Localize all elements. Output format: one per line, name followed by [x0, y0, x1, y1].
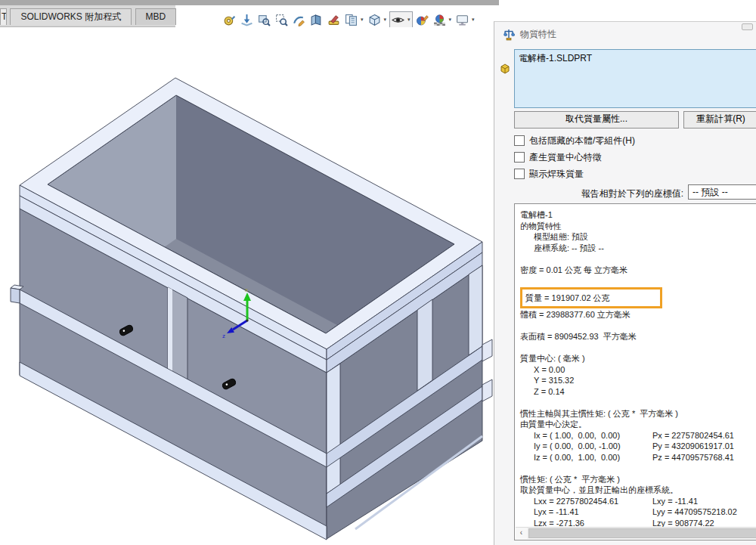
view-settings-icon-group: ▾: [454, 12, 476, 28]
edit-appearance-icon-group: [414, 12, 430, 28]
check-document-icon-group: [326, 12, 342, 28]
solidworks-window: T SOLIDWORKS 附加程式 MBD ▾▾▾▾▾: [0, 0, 756, 545]
checkbox-label-0: 包括隱藏的本體/零組件(H): [529, 135, 635, 147]
statistics-icon[interactable]: [308, 12, 324, 28]
tab-partial[interactable]: T: [0, 8, 7, 25]
result-line: Z = 0.14: [520, 386, 756, 398]
checkbox-label-1: 產生質量中心特徵: [529, 151, 602, 164]
result-line: 電解槽-1: [520, 209, 756, 221]
checkbox-2[interactable]: [514, 169, 525, 179]
result-line: Lxx = 22757802454.61Lxy = -11.41: [520, 496, 756, 507]
result-line: Y = 315.32: [520, 375, 756, 386]
tank-model[interactable]: x z: [0, 27, 494, 545]
zoom-area-icon[interactable]: [274, 12, 290, 28]
dialog-edge-button[interactable]: [742, 23, 753, 30]
part-icon: [499, 63, 511, 77]
mass-properties-icon[interactable]: [239, 12, 255, 28]
results-textbox: 電解槽-1的物質特性模型組態: 預設座標系統: -- 預設 -- 密度 = 0.…: [514, 203, 756, 540]
results-text: 電解槽-1的物質特性模型組態: 預設座標系統: -- 預設 -- 密度 = 0.…: [520, 209, 756, 540]
checkbox-label-2: 顯示焊珠質量: [529, 168, 584, 181]
apply-scene-icon[interactable]: [432, 12, 448, 28]
report-coordinate-label: 報告相對於下列的座標值:: [525, 187, 683, 200]
result-line: 慣性矩: ( 公克 * 平方毫米 ): [520, 474, 756, 485]
result-line: [520, 342, 756, 354]
display-style-icon[interactable]: [390, 12, 406, 28]
triad-label-z: z: [222, 333, 225, 339]
document-list[interactable]: 電解槽-1.SLDPRT: [514, 49, 756, 108]
tab-solidworks-addins[interactable]: SOLIDWORKS 附加程式: [10, 8, 132, 25]
view-settings-icon-dropdown-caret[interactable]: ▾: [470, 17, 476, 23]
window-top-strip: [0, 0, 499, 5]
apply-scene-icon-dropdown-caret[interactable]: ▾: [448, 17, 454, 23]
result-line: 的物質特性: [520, 221, 756, 232]
check-entity-icon-group: [291, 12, 307, 28]
results-horizontal-scrollbar[interactable]: ‹: [516, 527, 756, 539]
scroll-left-arrow[interactable]: ‹: [516, 528, 527, 539]
checkbox-1[interactable]: [514, 152, 525, 163]
check-document-icon[interactable]: [326, 12, 342, 28]
result-line: [520, 320, 756, 332]
result-line: 質量 = 191907.02 公克: [525, 293, 655, 304]
triad-label-vertical: x: [245, 286, 248, 293]
mass-highlight-box: 質量 = 191907.02 公克: [520, 287, 662, 309]
mass-properties-dialog: 物質特性 電解槽-1.SLDPRT 取代質量屬性... 重新計算(R) 包括隱藏…: [494, 21, 756, 545]
result-line: X = 0.00: [520, 364, 756, 376]
result-line: 密度 = 0.01 公克 每 立方毫米: [520, 265, 756, 276]
result-line: 表面積 = 8909452.93 平方毫米: [520, 331, 756, 342]
checkbox-row-1: 產生質量中心特徵: [514, 149, 635, 166]
document-name: 電解槽-1.SLDPRT: [519, 53, 592, 63]
result-line: Iy = ( 0.00, 0.00, -1.00)Py = 4320906191…: [520, 441, 756, 452]
checkbox-row-2: 顯示焊珠質量: [514, 166, 635, 182]
result-line: Iz = ( 0.00, 1.00, 0.00)Pz = 44709575768…: [520, 452, 756, 463]
section-properties-icon[interactable]: [256, 12, 272, 28]
result-line: 體積 = 23988377.60 立方毫米: [520, 309, 756, 320]
scale-icon: [503, 29, 515, 41]
coordinate-system-select[interactable]: -- 預設 --: [688, 184, 756, 200]
check-entity-icon[interactable]: [291, 12, 307, 28]
mass-properties-icon-group: [239, 12, 255, 28]
tab-mbd[interactable]: MBD: [135, 8, 177, 25]
graphics-area[interactable]: x z: [0, 27, 494, 545]
dialog-title: 物質特性: [503, 28, 556, 41]
view-orientation-icon-dropdown-caret[interactable]: ▾: [383, 17, 389, 23]
result-line: 由質量中心決定。: [520, 419, 756, 430]
compare-documents-icon-group: ▾: [343, 12, 365, 28]
measure-icon[interactable]: [222, 12, 237, 28]
result-line: 座標系統: -- 預設 --: [520, 243, 756, 254]
result-line: 質量中心: ( 毫米 ): [520, 353, 756, 364]
compare-documents-icon[interactable]: [343, 12, 359, 28]
options-checkboxes: 包括隱藏的本體/零組件(H)產生質量中心特徵顯示焊珠質量: [514, 132, 635, 182]
result-line: [520, 463, 756, 474]
statistics-icon-group: [308, 12, 324, 28]
edit-appearance-icon[interactable]: [414, 12, 430, 28]
display-style-icon-group: ▾: [389, 11, 413, 29]
result-line: 取於質量中心，並且對正輸出的座標系統。: [520, 485, 756, 496]
zoom-area-icon-group: [274, 12, 290, 28]
view-orientation-icon-group: ▾: [367, 12, 389, 28]
result-line: [520, 275, 756, 286]
measure-icon-group: [222, 12, 237, 28]
compare-documents-icon-dropdown-caret[interactable]: ▾: [359, 17, 365, 23]
result-line: [520, 253, 756, 265]
result-line: 模型組態: 預設: [520, 231, 756, 243]
apply-scene-icon-group: ▾: [432, 12, 454, 28]
checkbox-row-0: 包括隱藏的本體/零組件(H): [514, 132, 635, 149]
commandmanager-tabbar: T SOLIDWORKS 附加程式 MBD: [0, 5, 175, 27]
display-style-icon-dropdown-caret[interactable]: ▾: [406, 17, 412, 23]
view-orientation-icon[interactable]: [367, 12, 383, 28]
view-settings-icon[interactable]: [454, 12, 470, 28]
override-mass-properties-button[interactable]: 取代質量屬性...: [514, 111, 679, 129]
checkbox-0[interactable]: [514, 135, 525, 146]
dialog-title-text: 物質特性: [520, 28, 556, 41]
result-line: [520, 397, 756, 408]
scrollbar-thumb[interactable]: [528, 528, 756, 538]
recalculate-button[interactable]: 重新計算(R): [683, 111, 756, 129]
section-properties-icon-group: [256, 12, 272, 28]
result-line: 慣性主軸與其主慣性矩: ( 公克 * 平方毫米 ): [520, 408, 756, 420]
result-line: Lyx = -11.41Lyy = 44709575218.02: [520, 506, 756, 518]
result-line: Ix = ( 1.00, 0.00, 0.00)Px = 22757802454…: [520, 430, 756, 441]
